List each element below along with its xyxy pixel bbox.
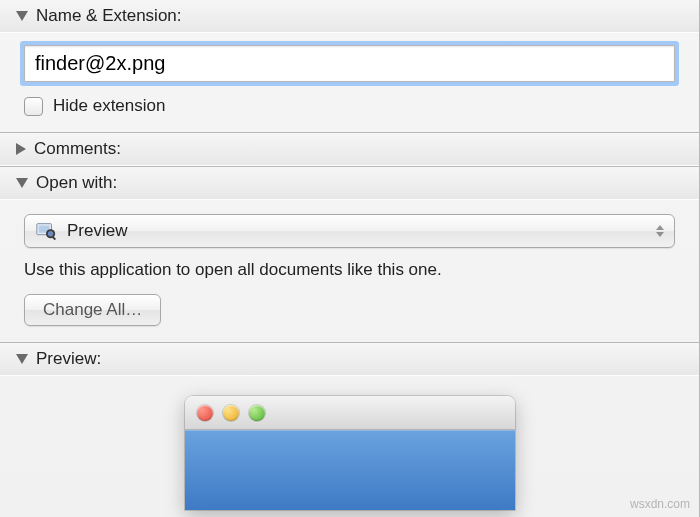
preview-area bbox=[0, 376, 699, 510]
section-body-name-extension: Hide extension bbox=[0, 33, 699, 132]
section-body-open-with: Preview Use this application to open all… bbox=[0, 200, 699, 342]
section-title: Comments: bbox=[34, 139, 121, 159]
dropdown-arrows-icon bbox=[656, 225, 664, 237]
section-title: Open with: bbox=[36, 173, 117, 193]
preview-thumbnail-titlebar bbox=[185, 396, 515, 430]
watermark: wsxdn.com bbox=[630, 497, 690, 511]
section-header-preview[interactable]: Preview: bbox=[0, 342, 699, 376]
disclosure-triangle-icon bbox=[16, 178, 28, 188]
open-with-dropdown[interactable]: Preview bbox=[24, 214, 675, 248]
preview-thumbnail-body bbox=[185, 430, 515, 510]
traffic-light-zoom-icon bbox=[249, 405, 265, 421]
preview-thumbnail-window bbox=[185, 396, 515, 510]
svg-point-3 bbox=[48, 231, 54, 237]
preview-app-icon bbox=[35, 220, 57, 242]
section-title: Name & Extension: bbox=[36, 6, 182, 26]
section-header-comments[interactable]: Comments: bbox=[0, 132, 699, 166]
disclosure-triangle-icon bbox=[16, 11, 28, 21]
hide-extension-checkbox[interactable] bbox=[24, 97, 43, 116]
hide-extension-row[interactable]: Hide extension bbox=[24, 96, 675, 116]
disclosure-triangle-icon bbox=[16, 354, 28, 364]
traffic-light-close-icon bbox=[197, 405, 213, 421]
section-header-open-with[interactable]: Open with: bbox=[0, 166, 699, 200]
disclosure-triangle-icon bbox=[16, 143, 26, 155]
open-with-app-name: Preview bbox=[67, 221, 127, 241]
traffic-light-minimize-icon bbox=[223, 405, 239, 421]
filename-input[interactable] bbox=[24, 45, 675, 82]
open-with-hint: Use this application to open all documen… bbox=[24, 260, 675, 280]
change-all-label: Change All… bbox=[43, 300, 142, 320]
section-title: Preview: bbox=[36, 349, 101, 369]
change-all-button[interactable]: Change All… bbox=[24, 294, 161, 326]
hide-extension-label: Hide extension bbox=[53, 96, 165, 116]
section-header-name-extension[interactable]: Name & Extension: bbox=[0, 0, 699, 33]
